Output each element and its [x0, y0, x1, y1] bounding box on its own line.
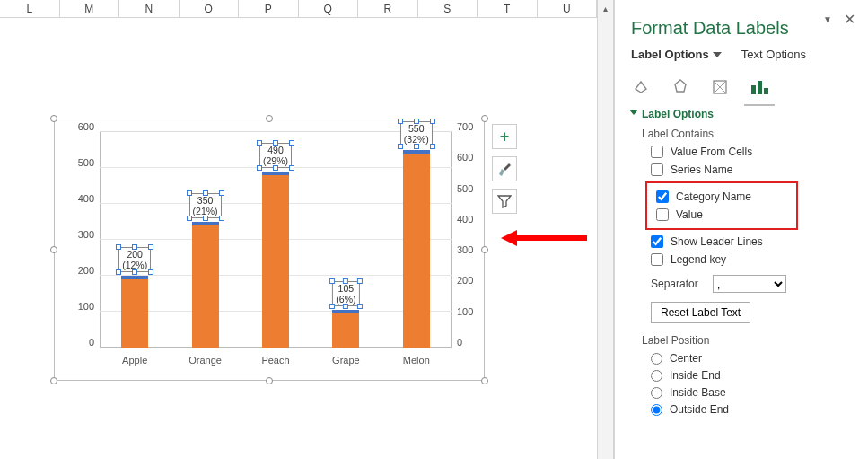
ytick-left: 300	[78, 229, 94, 240]
annotation-arrow	[501, 232, 587, 244]
radio-label: Inside End	[670, 369, 721, 382]
y-axis-left	[100, 132, 101, 348]
radio-center[interactable]: Center	[651, 352, 852, 365]
resize-handle[interactable]	[50, 115, 57, 122]
close-icon[interactable]: ✕	[844, 11, 855, 28]
chart-styles-button[interactable]	[492, 156, 517, 181]
checkbox[interactable]	[651, 253, 663, 266]
col-header[interactable]: M	[60, 0, 120, 17]
separator-label: Separator	[651, 278, 698, 290]
radio[interactable]	[651, 404, 662, 416]
resize-handle[interactable]	[266, 377, 273, 384]
pane-icon-tabs	[631, 70, 852, 97]
format-pane: ▼ ✕ Format Data Labels Label Options Tex…	[614, 0, 868, 459]
radio-outside-end[interactable]: Outside End	[651, 403, 852, 416]
check-label: Series Name	[671, 163, 732, 176]
chart-filters-button[interactable]	[492, 189, 517, 214]
data-label[interactable]: 105 (6%)	[332, 281, 359, 306]
resize-handle[interactable]	[50, 246, 57, 253]
bar-melon[interactable]	[403, 150, 430, 348]
data-label[interactable]: 200 (12%)	[118, 247, 151, 272]
col-header[interactable]: T	[478, 0, 538, 17]
radio[interactable]	[651, 353, 662, 365]
ytick-left: 200	[78, 265, 94, 276]
data-label[interactable]: 350 (21%)	[189, 193, 222, 218]
radio[interactable]	[651, 387, 662, 399]
col-header[interactable]: N	[119, 0, 180, 17]
radio-inside-base[interactable]: Inside Base	[651, 386, 852, 399]
section-label-options[interactable]: Label Options	[631, 108, 852, 120]
data-label-value: 350	[197, 195, 214, 206]
data-label[interactable]: 550 (32%)	[400, 121, 433, 146]
svg-rect-4	[764, 88, 768, 94]
col-header[interactable]: R	[358, 0, 418, 17]
spreadsheet-area: L M N O P Q R S T U ▴	[0, 0, 614, 459]
pane-options-dropdown-icon[interactable]: ▼	[823, 14, 832, 24]
label-options-icon[interactable]	[750, 77, 769, 97]
col-header[interactable]: S	[418, 0, 478, 17]
scroll-up-icon[interactable]: ▴	[598, 0, 613, 16]
chart-elements-button[interactable]: +	[492, 124, 517, 149]
ytick-left: 600	[78, 121, 94, 132]
radio-inside-end[interactable]: Inside End	[651, 369, 852, 382]
label-contains-heading: Label Contains	[642, 128, 852, 140]
resize-handle[interactable]	[481, 115, 488, 122]
column-header-row: L M N O P Q R S T U ▴	[0, 0, 613, 18]
data-label[interactable]: 490 (29%)	[259, 143, 292, 168]
resize-handle[interactable]	[266, 115, 273, 122]
svg-rect-3	[758, 81, 762, 94]
radio-label: Inside Base	[670, 386, 726, 399]
bar-grape[interactable]	[332, 310, 359, 348]
col-header[interactable]: U	[538, 0, 598, 17]
radio-label: Center	[670, 352, 702, 365]
col-header[interactable]: L	[0, 0, 60, 17]
resize-handle[interactable]	[50, 377, 57, 384]
reset-label-text-button[interactable]: Reset Label Text	[651, 302, 750, 323]
col-header[interactable]: Q	[299, 0, 359, 17]
y-axis-right	[451, 132, 452, 348]
checkbox[interactable]	[656, 208, 669, 221]
bar-orange[interactable]	[192, 222, 219, 348]
tab-label-options[interactable]: Label Options	[631, 48, 722, 61]
data-label-value: 550	[408, 123, 425, 134]
label-position-heading: Label Position	[642, 334, 852, 347]
col-header[interactable]: P	[239, 0, 299, 17]
svg-marker-0	[675, 80, 686, 92]
checkbox[interactable]	[651, 146, 663, 158]
category-label: Grape	[332, 355, 360, 366]
ytick-left: 0	[89, 337, 94, 348]
check-series-name[interactable]: Series Name	[651, 163, 852, 176]
size-properties-icon[interactable]	[710, 77, 730, 97]
checkbox[interactable]	[651, 163, 663, 176]
tab-text-options[interactable]: Text Options	[741, 48, 806, 61]
check-label: Legend key	[671, 253, 726, 266]
brush-icon	[496, 161, 513, 177]
plus-icon: +	[500, 128, 510, 146]
vertical-scrollbar[interactable]: ▴	[597, 0, 613, 459]
ytick-left: 500	[78, 157, 94, 168]
check-value[interactable]: Value	[656, 208, 793, 221]
fill-line-icon[interactable]	[631, 77, 651, 97]
checkbox[interactable]	[656, 190, 669, 203]
pane-title: Format Data Labels	[631, 18, 852, 39]
resize-handle[interactable]	[481, 246, 488, 253]
bar-apple[interactable]	[121, 276, 148, 348]
effects-icon[interactable]	[671, 77, 690, 97]
tab-label-options-text: Label Options	[631, 48, 709, 61]
col-header[interactable]: O	[180, 0, 240, 17]
checkbox[interactable]	[651, 235, 663, 248]
svg-rect-2	[751, 85, 756, 94]
chart-object[interactable]: 0 100 200 300 400 500 600 0 100 200 300 …	[54, 119, 485, 381]
pane-tabs: Label Options Text Options	[631, 48, 852, 61]
check-value-from-cells[interactable]: Value From Cells	[651, 146, 852, 158]
plot-area[interactable]: 0 100 200 300 400 500 600 0 100 200 300 …	[100, 132, 452, 348]
resize-handle[interactable]	[481, 377, 488, 384]
separator-select[interactable]: ,	[713, 275, 786, 293]
category-label: Apple	[122, 355, 147, 366]
check-category-name[interactable]: Category Name	[656, 190, 793, 203]
check-legend-key[interactable]: Legend key	[651, 253, 852, 266]
bar-peach[interactable]	[262, 172, 289, 348]
check-label: Value	[676, 208, 703, 221]
check-show-leader-lines[interactable]: Show Leader Lines	[651, 235, 852, 248]
radio[interactable]	[651, 370, 662, 382]
